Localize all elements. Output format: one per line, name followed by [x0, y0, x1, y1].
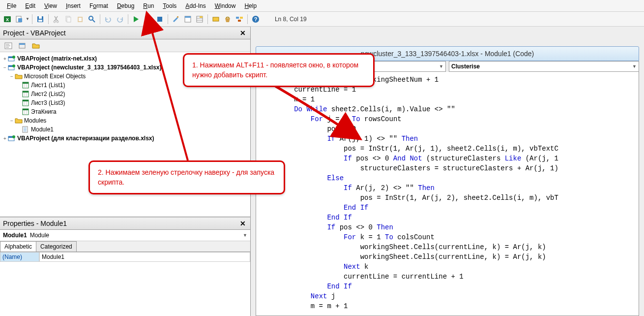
code-line[interactable]: workingSheet.Cells(currentLine, k) = Ar(… — [261, 252, 634, 262]
insert-module-icon[interactable] — [14, 14, 25, 25]
procedure-dropdown[interactable]: Clusterise — [449, 61, 639, 72]
design-mode-icon[interactable] — [171, 14, 181, 25]
project-icon — [8, 63, 16, 71]
undo-icon[interactable] — [103, 14, 114, 25]
code-line[interactable]: pos = InStr(1, Ar(j, 2), sheet2.Cells(i,… — [261, 193, 634, 203]
folder-icon[interactable] — [30, 40, 41, 51]
save-icon[interactable] — [35, 14, 46, 25]
svg-rect-15 — [146, 17, 147, 22]
code-line[interactable]: For k = 1 To colsCount — [261, 232, 634, 242]
tree-item[interactable]: Лист3 (List3) — [2, 98, 248, 107]
svg-rect-10 — [67, 17, 71, 22]
paste-icon[interactable] — [75, 14, 86, 25]
svg-rect-25 — [213, 17, 219, 21]
code-line[interactable]: End If — [261, 203, 634, 213]
tree-label[interactable]: Лист1 (List1) — [31, 82, 65, 89]
tree-label[interactable]: VBAProject (matrix-net.xlsx) — [17, 55, 97, 62]
object-selector[interactable]: Module1 Module ▼ — [0, 230, 250, 241]
tree-label[interactable]: Module1 — [31, 126, 54, 133]
tree-item[interactable]: −Modules — [2, 116, 248, 125]
view-code-icon[interactable] — [3, 40, 14, 51]
tree-label[interactable]: Лист3 (List3) — [31, 99, 65, 106]
menu-format[interactable]: Format — [86, 1, 112, 11]
menu-edit[interactable]: Edit — [21, 1, 39, 11]
find-icon[interactable] — [87, 14, 97, 25]
tree-item[interactable]: Module1 — [2, 125, 248, 134]
menu-window[interactable]: Window — [211, 1, 240, 11]
svg-rect-26 — [236, 17, 239, 19]
tab-categorized[interactable]: Categorized — [36, 241, 77, 252]
code-line[interactable]: structureClasters = structureClasters + … — [261, 163, 634, 173]
code-line[interactable]: For j = 1 To rowsCount — [261, 114, 634, 124]
code-line[interactable]: pos = 0 — [261, 124, 634, 134]
tree-item[interactable]: ЭтаКнига — [2, 107, 248, 116]
expand-toggle[interactable]: + — [2, 56, 8, 62]
code-line[interactable]: currentLine = currentLine + 1 — [261, 272, 634, 282]
code-line[interactable]: Else — [261, 173, 634, 183]
object-browser-icon[interactable] — [210, 14, 221, 25]
annotation-1: 1. Нажимаем ALT+F11 - появляется окно, в… — [183, 53, 375, 87]
excel-icon[interactable]: X — [2, 14, 13, 25]
code-line[interactable]: Do While sheet2.Cells(i, m).Value <> "" — [261, 104, 634, 114]
menu-tools[interactable]: Tools — [159, 1, 180, 11]
svg-rect-28 — [238, 20, 241, 22]
copy-icon[interactable] — [63, 14, 74, 25]
expand-toggle[interactable]: − — [9, 74, 15, 79]
tree-label[interactable]: Modules — [24, 117, 46, 124]
code-line[interactable]: workingSheet.Cells(currentLine, k) = Ar(… — [261, 242, 634, 252]
menu-help[interactable]: Help — [240, 1, 261, 11]
tab-order-icon[interactable] — [234, 14, 245, 25]
annotation-2: 2. Нажимаем зеленую стрелочку наверху - … — [88, 160, 285, 194]
help-icon[interactable]: ? — [250, 14, 261, 25]
tree-label[interactable]: VBAProject (для кластеризации разделов.x… — [17, 135, 154, 142]
code-line[interactable]: Next j — [261, 291, 634, 301]
svg-text:?: ? — [254, 16, 258, 22]
menu-addins[interactable]: Add-Ins — [181, 1, 209, 11]
run-icon[interactable] — [131, 14, 142, 25]
expand-toggle[interactable]: − — [2, 65, 8, 70]
project-pane-title: Project - VBAProject ✕ — [0, 27, 250, 39]
tree-item[interactable]: Лист2 (List2) — [2, 90, 248, 98]
menu-file[interactable]: File — [3, 1, 20, 11]
code-editor[interactable]: etNum = workingSheetNum + 1 currentLine … — [256, 72, 639, 316]
close-icon[interactable]: ✕ — [238, 219, 247, 228]
cut-icon[interactable] — [51, 14, 62, 25]
redo-icon[interactable] — [115, 14, 125, 25]
menu-insert[interactable]: Insert — [62, 1, 85, 11]
code-line[interactable]: m = m + 1 — [261, 301, 634, 311]
code-line[interactable]: m = 1 — [261, 95, 634, 104]
svg-point-42 — [12, 64, 15, 67]
view-object-icon[interactable] — [17, 40, 28, 51]
tree-label[interactable]: Microsoft Excel Objects — [24, 73, 86, 80]
prop-value[interactable]: Module1 — [39, 252, 250, 262]
code-line[interactable]: If pos <> 0 Then — [261, 222, 634, 232]
pause-icon[interactable] — [143, 14, 153, 25]
project-explorer-icon[interactable] — [182, 14, 193, 25]
menu-view[interactable]: View — [40, 1, 61, 11]
tree-label[interactable]: Лист2 (List2) — [31, 91, 65, 97]
code-line[interactable]: End If — [261, 213, 634, 222]
code-line[interactable]: End If — [261, 282, 634, 291]
toolbox-icon[interactable] — [222, 14, 233, 25]
tree-item[interactable]: +VBAProject (для кластеризации разделов.… — [2, 134, 248, 143]
code-line[interactable]: If Ar(j, 2) <> "" Then — [261, 183, 634, 193]
code-line[interactable]: Next k — [261, 262, 634, 272]
close-icon[interactable]: ✕ — [238, 29, 247, 37]
svg-text:X: X — [6, 17, 9, 22]
menu-run[interactable]: Run — [139, 1, 158, 11]
code-line[interactable]: If pos <> 0 And Not (structureClasters L… — [261, 154, 634, 163]
code-line[interactable]: pos = InStr(1, Ar(j, 1), sheet2.Cells(i,… — [261, 144, 634, 154]
prop-key[interactable]: (Name) — [0, 252, 39, 262]
expand-toggle[interactable]: + — [2, 136, 8, 141]
stop-icon[interactable] — [154, 14, 165, 25]
menu-debug[interactable]: Debug — [113, 1, 138, 11]
svg-rect-6 — [38, 20, 42, 22]
folder-icon — [15, 117, 23, 125]
code-line[interactable]: If Ar(j, 1) <> "" Then — [261, 134, 634, 144]
properties-icon[interactable] — [194, 14, 205, 25]
tree-label[interactable]: VBAProject (newcluster_3_133_1397546403_… — [17, 64, 162, 71]
expand-toggle[interactable]: − — [9, 118, 15, 124]
svg-rect-18 — [177, 16, 178, 18]
tab-alphabetic[interactable]: Alphabetic — [0, 241, 36, 252]
tree-label[interactable]: ЭтаКнига — [31, 108, 57, 115]
